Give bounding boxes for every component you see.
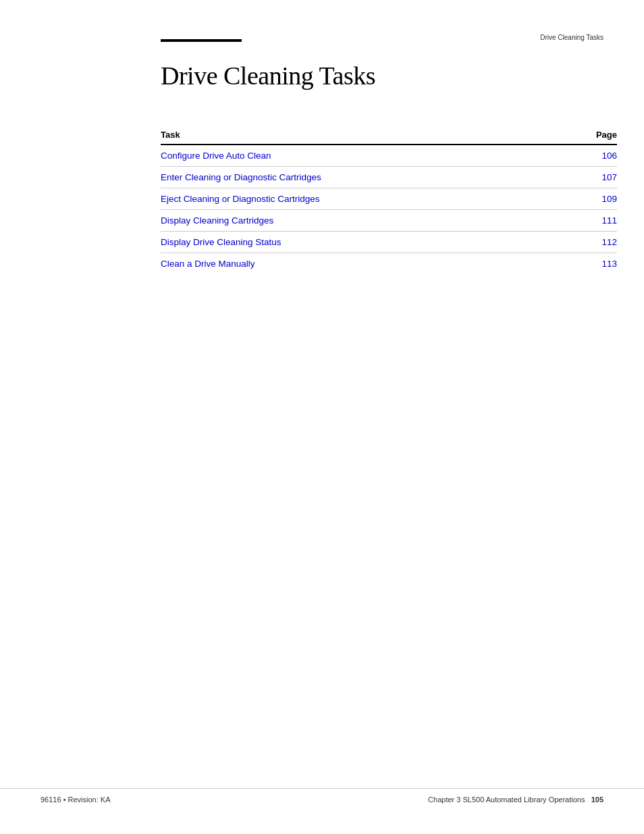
toc-link[interactable]: Enter Cleaning or Diagnostic Cartridges <box>161 172 321 182</box>
header-right-text: Drive Cleaning Tasks <box>540 34 603 41</box>
footer: 96116 • Revision: KA Chapter 3 SL500 Aut… <box>0 788 644 804</box>
toc-link[interactable]: Configure Drive Auto Clean <box>161 151 271 161</box>
toc-link[interactable]: Display Cleaning Cartridges <box>161 215 273 226</box>
toc-table: Task Page Configure Drive Auto Clean106E… <box>161 130 617 274</box>
table-row: Enter Cleaning or Diagnostic Cartridges1… <box>161 167 617 188</box>
toc-page-num: 112 <box>576 237 617 247</box>
toc-page-num: 113 <box>576 259 617 269</box>
toc-link[interactable]: Clean a Drive Manually <box>161 259 255 269</box>
col-page-header: Page <box>576 130 617 140</box>
table-row: Display Cleaning Cartridges111 <box>161 210 617 232</box>
toc-page-num: 109 <box>576 194 617 204</box>
footer-left: 96116 • Revision: KA <box>41 796 111 804</box>
table-row: Clean a Drive Manually113 <box>161 253 617 274</box>
toc-rows: Configure Drive Auto Clean106Enter Clean… <box>161 145 617 274</box>
table-row: Configure Drive Auto Clean106 <box>161 145 617 167</box>
page-container: Drive Cleaning Tasks Drive Cleaning Task… <box>0 0 644 834</box>
toc-page-num: 111 <box>576 215 617 226</box>
toc-link[interactable]: Display Drive Cleaning Status <box>161 237 281 247</box>
toc-page-num: 107 <box>576 172 617 182</box>
page-title: Drive Cleaning Tasks <box>161 61 375 90</box>
table-row: Display Drive Cleaning Status112 <box>161 232 617 253</box>
footer-right: Chapter 3 SL500 Automated Library Operat… <box>428 796 603 804</box>
header-rule <box>161 39 242 42</box>
table-row: Eject Cleaning or Diagnostic Cartridges1… <box>161 188 617 210</box>
col-task-header: Task <box>161 130 180 140</box>
toc-link[interactable]: Eject Cleaning or Diagnostic Cartridges <box>161 194 320 204</box>
toc-page-num: 106 <box>576 151 617 161</box>
footer-page-number: 105 <box>591 796 603 804</box>
footer-chapter: Chapter 3 SL500 Automated Library Operat… <box>428 796 585 804</box>
toc-header: Task Page <box>161 130 617 145</box>
